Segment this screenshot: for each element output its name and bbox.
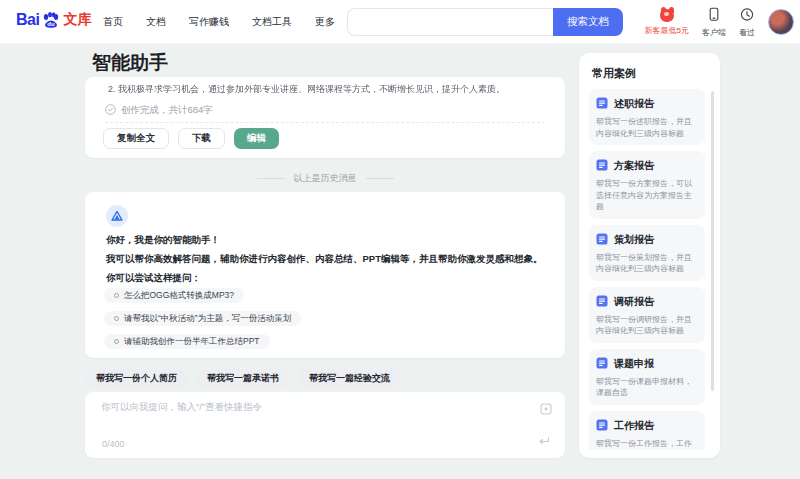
chip-bullet-icon (114, 293, 119, 298)
case-desc: 帮我写一份工作报告，工作类型随机 (596, 438, 699, 451)
chip-bullet-icon (114, 339, 119, 344)
top-navbar: Bai du 文库 首页 文档 写作赚钱 文档工具 更多 搜索文档 (0, 0, 800, 44)
case-title: 工作报告 (614, 419, 654, 433)
case-card-fangan[interactable]: 方案报告 帮我写一份方案报告，可以选择任意内容为方案报告主题 (589, 151, 705, 219)
search-docs-button[interactable]: 搜索文档 (553, 8, 623, 36)
chip-bullet-icon (114, 316, 119, 321)
check-circle-icon (105, 104, 116, 117)
copy-all-button[interactable]: 复制全文 (103, 128, 169, 149)
case-desc: 帮我写一份述职报告，并且内容细化到三级内容标题 (596, 116, 699, 139)
user-avatar[interactable] (768, 9, 794, 35)
doc-icon (596, 231, 608, 249)
doc-icon (596, 95, 608, 113)
logo-wenku-text: 文库 (63, 11, 91, 29)
svg-text:du: du (48, 21, 56, 27)
nav-item-tools[interactable]: 文档工具 (252, 15, 292, 29)
case-card-diaoyan[interactable]: 调研报告 帮我写一份调研报告，并且内容细化到三级内容标题 (589, 287, 705, 343)
nav-item-docs[interactable]: 文档 (146, 15, 166, 29)
composer-panel-icon[interactable] (540, 401, 552, 419)
download-button[interactable]: 下载 (178, 128, 225, 149)
divider-line-right (366, 178, 394, 179)
client-label: 客户端 (702, 27, 726, 38)
case-title: 述职报告 (614, 97, 654, 111)
case-desc: 帮我写一份方案报告，可以选择任意内容为方案报告主题 (596, 178, 699, 213)
case-card-keti[interactable]: 课题申报 帮我写一份课题申报材料，课题自选 (589, 349, 705, 405)
case-desc: 帮我写一份课题申报材料，课题自选 (596, 376, 699, 399)
example-question-label: 请帮我以“中秋活动”为主题，写一份活动策划 (124, 313, 291, 325)
result-action-buttons: 复制全文 下载 编辑 (103, 128, 279, 149)
new-user-promo[interactable]: 新客最低5元 (645, 8, 689, 36)
history-divider-text: 以上是历史消息 (294, 172, 357, 185)
case-desc: 帮我写一份策划报告，并且内容细化到三级内容标题 (596, 252, 699, 275)
case-title: 调研报告 (614, 295, 654, 309)
case-card-gongzuo[interactable]: 工作报告 帮我写一份工作报告，工作类型随机 (589, 411, 705, 451)
doc-icon (596, 355, 608, 373)
client-app-tool[interactable]: 客户端 (702, 7, 726, 38)
doc-icon (596, 417, 608, 435)
baidu-paw-icon: du (41, 10, 61, 30)
main-nav: 首页 文档 写作赚钱 文档工具 更多 (103, 0, 335, 44)
enter-send-icon[interactable] (538, 432, 550, 450)
navbar-right-tools: 新客最低5元 客户端 看过 (645, 3, 794, 41)
suggestion-resume[interactable]: 帮我写一份个人简历 (85, 369, 188, 387)
creation-status-text: 创作完成，共计684字 (121, 104, 213, 117)
phone-icon (707, 7, 721, 26)
example-question-list: 怎么把OGG格式转换成MP3? 请帮我以“中秋活动”为主题，写一份活动策划 请辅… (104, 288, 301, 349)
clock-icon (740, 7, 754, 26)
case-list-scrollbar[interactable] (711, 91, 714, 391)
example-question-label: 请辅助我创作一份半年工作总结PPT (124, 336, 260, 348)
promo-label: 新客最低5元 (645, 25, 689, 36)
edit-button[interactable]: 编辑 (234, 128, 279, 149)
example-question-label: 怎么把OGG格式转换成MP3? (124, 290, 234, 302)
case-title: 课题申报 (614, 357, 654, 371)
example-question-ogg-mp3[interactable]: 怎么把OGG格式转换成MP3? (104, 288, 244, 303)
case-card-shuzhi[interactable]: 述职报告 帮我写一份述职报告，并且内容细化到三级内容标题 (589, 89, 705, 145)
common-cases-sidebar: 常用案例 述职报告 帮我写一份述职报告，并且内容细化到三级内容标题 方案报告 帮… (579, 53, 720, 458)
example-question-ppt[interactable]: 请辅助我创作一份半年工作总结PPT (104, 334, 270, 349)
assistant-hint: 你可以尝试这样提问： (106, 272, 201, 285)
case-title: 方案报告 (614, 159, 654, 173)
assistant-greeting: 你好，我是你的智能助手！ (106, 234, 220, 247)
prompt-input[interactable] (101, 401, 501, 431)
composer-card: 0/400 (85, 392, 565, 458)
seen-label: 看过 (739, 27, 755, 38)
nav-item-earn[interactable]: 写作赚钱 (189, 15, 229, 29)
search-input[interactable] (347, 8, 553, 36)
doc-icon (596, 293, 608, 311)
page-title: 智能助手 (92, 50, 168, 76)
example-question-midautumn[interactable]: 请帮我以“中秋活动”为主题，写一份活动策划 (104, 311, 301, 326)
quick-suggestion-row: 帮我写一份个人简历 帮我写一篇承诺书 帮我写一篇经验交流 (85, 369, 401, 387)
divider-line-left (257, 178, 285, 179)
search-box: 搜索文档 (347, 8, 623, 36)
assistant-message-card: 你好，我是你的智能助手！ 我可以帮你高效解答问题，辅助你进行内容创作、内容总结、… (85, 192, 565, 358)
case-title: 策划报告 (614, 233, 654, 247)
creation-status: 创作完成，共计684字 (105, 104, 213, 117)
case-desc: 帮我写一份调研报告，并且内容细化到三级内容标题 (596, 314, 699, 337)
logo-bai-text: Bai (16, 11, 39, 29)
history-messages-divider: 以上是历史消息 (85, 172, 565, 185)
generated-result-card: 2. 我积极寻求学习机会，通过参加外部专业讲座、网络课程等方式，不断增长见识，提… (85, 77, 565, 158)
dashed-divider (105, 122, 545, 123)
case-list: 述职报告 帮我写一份述职报告，并且内容细化到三级内容标题 方案报告 帮我写一份方… (589, 89, 705, 450)
nav-item-more[interactable]: 更多 (315, 15, 335, 29)
assistant-intro: 我可以帮你高效解答问题，辅助你进行内容创作、内容总结、PPT编辑等，并且帮助你激… (106, 253, 542, 266)
sidebar-title: 常用案例 (592, 66, 636, 81)
case-card-cehua[interactable]: 策划报告 帮我写一份策划报告，并且内容细化到三级内容标题 (589, 225, 705, 281)
assistant-avatar-icon (106, 205, 128, 227)
promo-mascot-icon (657, 8, 677, 24)
baidu-wenku-logo[interactable]: Bai du 文库 (16, 10, 91, 30)
nav-item-home[interactable]: 首页 (103, 15, 123, 29)
history-seen-tool[interactable]: 看过 (739, 7, 755, 38)
suggestion-commitment[interactable]: 帮我写一篇承诺书 (196, 369, 290, 387)
char-counter: 0/400 (102, 439, 125, 449)
generated-text-preview: 2. 我积极寻求学习机会，通过参加外部专业讲座、网络课程等方式，不断增长见识，提… (108, 83, 551, 96)
doc-icon (596, 157, 608, 175)
suggestion-experience[interactable]: 帮我写一篇经验交流 (298, 369, 401, 387)
